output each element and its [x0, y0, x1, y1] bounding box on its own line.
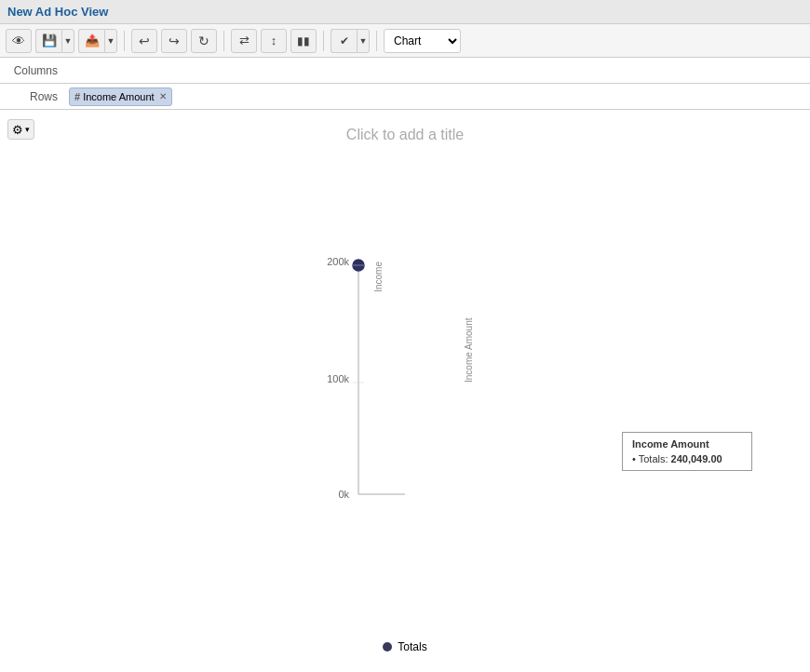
income-amount-chip: # Income Amount ✕	[69, 87, 172, 106]
main-area: ⚙ ▾ Click to add a title 200k 100k 0k In…	[0, 110, 810, 672]
tooltip-bullet: •	[632, 453, 639, 464]
tooltip-value: • Totals: 240,049.00	[632, 453, 742, 464]
chip-label: Income Amount	[83, 91, 154, 102]
separator-1	[124, 31, 125, 51]
legend-dot	[383, 642, 392, 652]
sort-button[interactable]: ↕	[261, 29, 287, 53]
save-button[interactable]: 💾	[35, 29, 61, 53]
columns-content[interactable]	[65, 58, 810, 83]
y-label-200k: 200k	[327, 256, 349, 267]
legend-label: Totals	[398, 640, 426, 653]
title-bar: New Ad Hoc View	[0, 0, 810, 24]
y-axis-title: Income Amount	[464, 317, 474, 383]
export-dropdown-button[interactable]: ▼	[104, 29, 117, 53]
separator-2	[223, 31, 224, 51]
save-dropdown-button[interactable]: ▼	[61, 29, 74, 53]
rows-content: # Income Amount ✕	[65, 84, 810, 109]
chart-type-select[interactable]: Chart Table Crosstab	[384, 29, 461, 53]
save-split-button: 💾 ▼	[35, 29, 74, 53]
legend-area: Totals	[0, 640, 810, 672]
check-button[interactable]: ✔	[331, 29, 357, 53]
redo-button[interactable]: ↪	[161, 29, 187, 53]
export-split-button: 📤 ▼	[78, 29, 117, 53]
chart-svg: 200k 100k 0k Income Amount Income	[312, 252, 498, 531]
chip-remove-button[interactable]: ✕	[159, 91, 167, 101]
check-dropdown-button[interactable]: ▼	[357, 29, 370, 53]
check-split-button: ✔ ▼	[331, 29, 370, 53]
switch-button[interactable]: ⇄	[231, 29, 257, 53]
tooltip-title: Income Amount	[632, 438, 742, 450]
chip-hash: #	[74, 91, 80, 102]
refresh-button[interactable]: ↻	[191, 29, 217, 53]
separator-4	[376, 31, 377, 51]
columns-row: Columns	[0, 58, 810, 84]
separator-3	[323, 31, 324, 51]
gear-button[interactable]: ⚙ ▾	[7, 119, 34, 140]
columns-label: Columns	[0, 64, 65, 77]
export-button[interactable]: 📤	[78, 29, 104, 53]
gear-arrow-icon: ▾	[25, 125, 30, 134]
rows-row: Rows # Income Amount ✕	[0, 84, 810, 110]
income-x-label: Income	[373, 262, 384, 292]
undo-button[interactable]: ↩	[131, 29, 157, 53]
layout-button[interactable]: ▮▮	[290, 29, 317, 53]
gear-icon: ⚙	[12, 123, 23, 137]
y-label-100k: 100k	[327, 373, 349, 384]
preview-button[interactable]: 👁	[6, 29, 32, 53]
app-title: New Ad Hoc View	[7, 5, 108, 19]
y-label-0k: 0k	[338, 489, 349, 500]
toolbar: 👁 💾 ▼ 📤 ▼ ↩ ↪ ↻ ⇄ ↕ ▮▮ ✔ ▼ Chart Table C…	[0, 24, 810, 58]
tooltip-box: Income Amount • Totals: 240,049.00	[622, 432, 752, 471]
tooltip-bullet-label: Totals:	[639, 453, 668, 464]
chart-container: 200k 100k 0k Income Amount Income Income…	[0, 143, 810, 640]
eye-icon: 👁	[12, 34, 25, 48]
chart-title[interactable]: Click to add a title	[0, 110, 810, 143]
rows-label: Rows	[0, 90, 65, 103]
tooltip-amount: 240,049.00	[671, 453, 722, 464]
